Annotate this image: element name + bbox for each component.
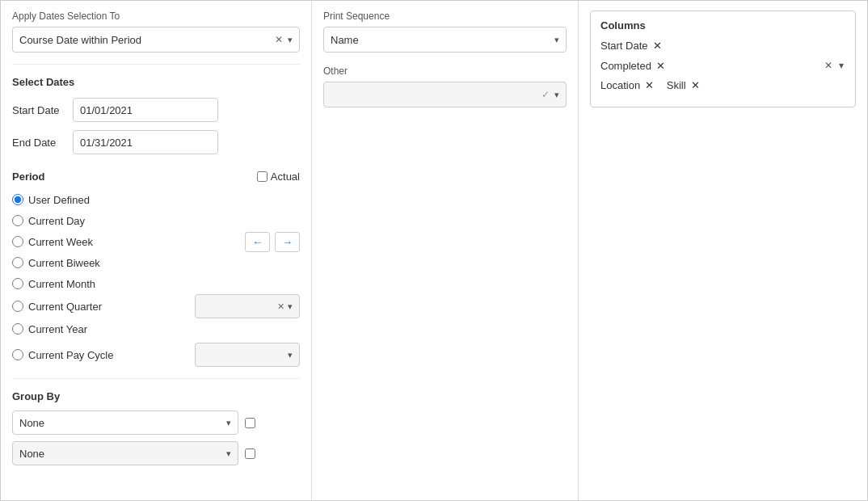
period-section: Period Actual User Defined [12, 171, 300, 367]
radio-current-quarter[interactable] [12, 301, 23, 312]
group-by-dropdown-2[interactable]: None ▾ [12, 441, 238, 465]
divider-1 [12, 64, 300, 65]
column-skill-close[interactable]: ✕ [691, 79, 700, 91]
pay-cycle-dropdown[interactable]: ▾ [195, 343, 300, 367]
group-by-row-1: None ▾ [12, 410, 300, 435]
column-start-date-text: Start Date [600, 40, 648, 52]
group-by-value-2: None [19, 448, 226, 460]
radio-current-pay-cycle-label: Current Pay Cycle [28, 349, 113, 361]
column-row-location-skill: Location ✕ Skill ✕ [600, 79, 845, 91]
group-by-title: Group By [12, 390, 300, 402]
select-dates-title: Select Dates [12, 76, 300, 88]
columns-section: Columns Start Date ✕ Completed ✕ ✕ ▾ Loc… [590, 11, 856, 107]
apply-dates-section: Apply Dates Selection To Course Date wit… [12, 11, 300, 53]
radio-current-day-label: Current Day [28, 215, 85, 227]
start-date-input[interactable] [73, 98, 218, 122]
radio-user-defined[interactable] [12, 194, 23, 205]
left-panel: Apply Dates Selection To Course Date wit… [1, 1, 312, 500]
pay-cycle-chevron-icon[interactable]: ▾ [288, 350, 293, 360]
group-by-dropdown-1[interactable]: None ▾ [12, 410, 238, 435]
column-row-start-date: Start Date ✕ [600, 40, 845, 52]
radio-current-biweek[interactable] [12, 257, 23, 268]
column-location-close[interactable]: ✕ [645, 79, 654, 91]
radio-user-defined-label: User Defined [28, 194, 90, 206]
period-header: Period Actual [12, 171, 300, 183]
group-by-chevron-1[interactable]: ▾ [226, 418, 231, 428]
column-completed-close[interactable]: ✕ [656, 60, 665, 72]
apply-dates-dropdown[interactable]: Course Date within Period ✕ ▾ [12, 27, 300, 53]
nav-prev-button[interactable]: ← [245, 232, 270, 252]
radio-current-week[interactable] [12, 236, 23, 247]
print-seq-chevron-icon[interactable]: ▾ [554, 35, 559, 45]
other-chevron-icon[interactable]: ▾ [554, 90, 559, 100]
period-option-current-day: Current Day [12, 210, 300, 231]
radio-current-biweek-label: Current Biweek [28, 257, 100, 269]
radio-current-month[interactable] [12, 278, 23, 289]
completed-clear-btn[interactable]: ✕ [823, 58, 834, 73]
actual-label-text: Actual [271, 171, 300, 183]
apply-dates-chevron-icon[interactable]: ▾ [288, 35, 293, 45]
radio-current-year-label: Current Year [28, 323, 87, 335]
other-section: Other ✓ ▾ [323, 65, 567, 107]
column-row-completed: Completed ✕ ✕ ▾ [600, 58, 845, 73]
group-by-row-2: None ▾ [12, 441, 300, 465]
column-location-text: Location [600, 79, 640, 91]
print-seq-section: Print Sequence Name ▾ [323, 11, 567, 53]
end-date-input[interactable] [73, 130, 218, 154]
column-start-date-close[interactable]: ✕ [653, 40, 662, 52]
end-date-row: End Date [12, 130, 300, 154]
select-dates-section: Select Dates Start Date End Date [12, 76, 300, 162]
period-option-current-quarter: Current Quarter ✕ ▾ [12, 294, 300, 318]
radio-current-pay-cycle[interactable] [12, 349, 23, 360]
period-option-user-defined: User Defined [12, 189, 300, 210]
radio-current-day[interactable] [12, 215, 23, 226]
nav-next-button[interactable]: → [275, 232, 300, 252]
nav-buttons: ← → [245, 232, 300, 252]
print-seq-label: Print Sequence [323, 11, 567, 22]
start-date-label: Start Date [12, 104, 73, 116]
columns-title: Columns [600, 19, 845, 32]
radio-current-month-label: Current Month [28, 278, 95, 290]
end-date-label: End Date [12, 137, 73, 149]
period-options-list: User Defined Current Day Current Week [12, 189, 300, 367]
quarter-clear-icon[interactable]: ✕ [277, 301, 284, 312]
apply-dates-label: Apply Dates Selection To [12, 11, 300, 22]
print-seq-dropdown[interactable]: Name ▾ [323, 27, 567, 53]
period-option-current-week: Current Week ← → [12, 231, 300, 252]
group-by-value-1: None [19, 417, 226, 429]
radio-current-year[interactable] [12, 323, 23, 335]
period-title: Period [12, 171, 44, 183]
group-by-chevron-2[interactable]: ▾ [226, 448, 231, 459]
start-date-row: Start Date [12, 98, 300, 122]
period-option-current-biweek: Current Biweek [12, 252, 300, 273]
radio-current-week-label: Current Week [28, 236, 93, 248]
print-seq-value: Name [331, 34, 554, 46]
quarter-chevron-icon[interactable]: ▾ [288, 301, 293, 312]
quarter-dropdown[interactable]: ✕ ▾ [195, 294, 300, 318]
check-icon: ✓ [541, 89, 550, 100]
column-skill-text: Skill [667, 79, 686, 91]
group-by-checkbox-1[interactable] [245, 418, 255, 428]
group-by-section: Group By None ▾ None ▾ [12, 378, 300, 472]
period-option-current-pay-cycle: Current Pay Cycle ▾ [12, 343, 300, 367]
apply-dates-clear-icon[interactable]: ✕ [275, 34, 283, 45]
actual-label[interactable]: Actual [257, 171, 300, 183]
period-option-current-month: Current Month [12, 273, 300, 294]
other-label: Other [323, 65, 567, 77]
completed-expand-btn[interactable]: ▾ [837, 58, 845, 73]
period-option-current-year: Current Year [12, 318, 300, 339]
column-completed-text: Completed [600, 60, 651, 72]
other-dropdown[interactable]: ✓ ▾ [323, 82, 567, 107]
middle-panel: Print Sequence Name ▾ Other ✓ ▾ [312, 1, 579, 500]
completed-controls: ✕ ▾ [823, 58, 845, 73]
radio-current-quarter-label: Current Quarter [28, 301, 102, 313]
actual-checkbox[interactable] [257, 171, 268, 182]
apply-dates-value: Course Date within Period [19, 34, 275, 46]
right-panel: Columns Start Date ✕ Completed ✕ ✕ ▾ Loc… [579, 1, 867, 500]
group-by-checkbox-2[interactable] [245, 448, 255, 459]
